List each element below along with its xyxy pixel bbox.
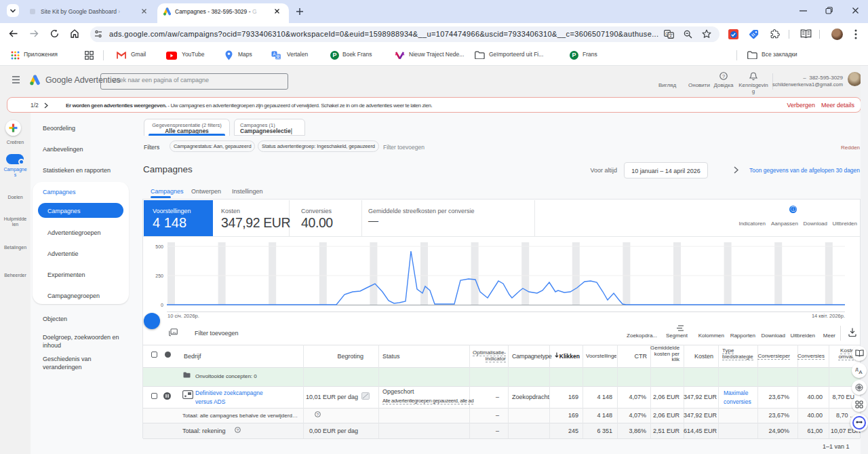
- svg-text:?: ?: [722, 73, 725, 79]
- svg-text:500: 500: [155, 244, 163, 249]
- svg-text:文: 文: [276, 54, 281, 59]
- svg-text:14 квіт. 2026р.: 14 квіт. 2026р.: [812, 313, 845, 319]
- svg-text:10 січ. 2026р.: 10 січ. 2026р.: [167, 313, 199, 319]
- svg-text:?: ?: [237, 428, 239, 432]
- svg-text:文: 文: [669, 33, 673, 38]
- svg-text:д: д: [856, 366, 859, 372]
- svg-text:A: A: [859, 369, 863, 375]
- svg-text:?: ?: [317, 413, 319, 417]
- svg-text:250: 250: [155, 273, 163, 278]
- svg-text:0: 0: [161, 303, 163, 307]
